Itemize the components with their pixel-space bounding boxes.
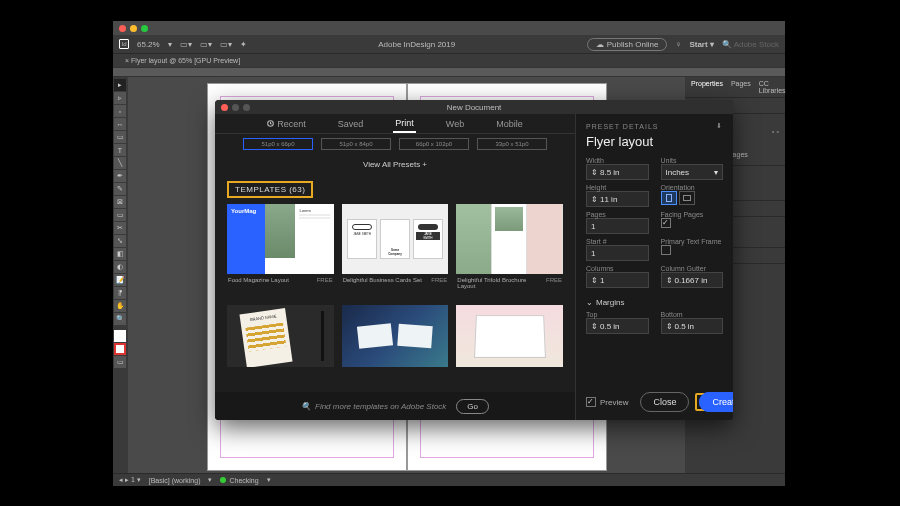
- template-card-2[interactable]: JANE SMITH SomeCompany JANESMITH Delight…: [342, 204, 449, 289]
- document-tab[interactable]: × Flyer layout @ 65% [GPU Preview]: [119, 57, 240, 64]
- width-input[interactable]: ⇕8.5 in: [586, 164, 649, 180]
- tab-recent[interactable]: Recent: [265, 114, 308, 133]
- gradient-feather-tool[interactable]: ◐: [114, 261, 126, 273]
- zoom-tool[interactable]: 🔍: [114, 313, 126, 325]
- template-thumb-2: JANE SMITH SomeCompany JANESMITH: [342, 204, 449, 274]
- margins-header[interactable]: ⌄Margins: [586, 298, 723, 307]
- gutter-input[interactable]: ⇕0.1667 in: [661, 272, 724, 288]
- close-button[interactable]: Close: [640, 392, 689, 412]
- preset-1[interactable]: 51p0 x 66p0: [243, 138, 313, 150]
- gradient-swatch-tool[interactable]: ◧: [114, 248, 126, 260]
- note-tool[interactable]: 📝: [114, 274, 126, 286]
- template-search-bar: 🔍 Find more templates on Adobe Stock Go: [215, 392, 575, 420]
- pages-input[interactable]: 1: [586, 218, 649, 234]
- gap-tool[interactable]: ↔: [114, 118, 126, 130]
- start-input[interactable]: 1: [586, 245, 649, 261]
- help-icon[interactable]: ♀: [675, 40, 681, 49]
- eyedropper-tool[interactable]: ⁋: [114, 287, 126, 299]
- dialog-title: New Document: [215, 103, 733, 112]
- window-minimize[interactable]: [130, 25, 137, 32]
- preview-checkbox[interactable]: Preview: [586, 397, 628, 407]
- search-field[interactable]: 🔍 Adobe Stock: [722, 40, 779, 49]
- tab-mobile[interactable]: Mobile: [494, 114, 525, 133]
- screen-mode-icon[interactable]: ▭▾: [200, 40, 212, 49]
- intent-tabs: Recent Saved Print Web Mobile: [215, 114, 575, 134]
- templates-header: TEMPLATES (63): [227, 181, 575, 198]
- tools-panel: ▸ ▹ ▫ ↔ ▭ T ╲ ✒ ✎ ⊠ ▭ ✂ ⤡ ◧ ◐ 📝 ⁋ ✋ 🔍 ▭: [113, 77, 128, 473]
- ptf-check[interactable]: [661, 245, 671, 255]
- columns-label: Columns: [586, 265, 649, 272]
- type-tool[interactable]: T: [114, 144, 126, 156]
- height-input[interactable]: ⇕11 in: [586, 191, 649, 207]
- view-options-icon[interactable]: ▭▾: [180, 40, 192, 49]
- pencil-tool[interactable]: ✎: [114, 183, 126, 195]
- scissors-tool[interactable]: ✂: [114, 222, 126, 234]
- template-price-3: FREE: [546, 277, 562, 289]
- tab-print[interactable]: Print: [393, 114, 416, 133]
- template-card-5[interactable]: [342, 305, 449, 367]
- preflight-status[interactable]: Checking: [220, 477, 258, 484]
- publish-online-button[interactable]: ☁ Publish Online: [587, 38, 668, 51]
- save-preset-icon[interactable]: ⬇: [716, 122, 723, 130]
- template-grid: YourMag Lorem Food Magazine LayoutFREE J…: [215, 204, 575, 367]
- orientation-landscape[interactable]: [679, 191, 695, 205]
- start-button[interactable]: Start ▾: [689, 40, 713, 49]
- window-maximize[interactable]: [141, 25, 148, 32]
- create-button[interactable]: Create: [699, 392, 733, 412]
- template-thumb-5: [342, 305, 449, 367]
- units-label: Units: [661, 157, 724, 164]
- facing-pages-check[interactable]: [661, 218, 671, 228]
- zoom-dropdown[interactable]: 65.2%: [137, 40, 160, 49]
- units-select[interactable]: Inches▾: [661, 164, 724, 180]
- horizontal-ruler: [113, 67, 785, 77]
- tab-properties[interactable]: Properties: [689, 79, 725, 95]
- preset-name-input[interactable]: Flyer layout: [586, 134, 723, 149]
- blank-presets-row: 51p0 x 66p0 51p0 x 84p0 66p0 x 102p0 33p…: [215, 134, 575, 154]
- page-tool[interactable]: ▫: [114, 105, 126, 117]
- orientation-portrait[interactable]: [661, 191, 677, 205]
- template-card-4[interactable]: [227, 305, 334, 367]
- direct-selection-tool[interactable]: ▹: [114, 92, 126, 104]
- panel-tabs[interactable]: Properties Pages CC Libraries: [685, 77, 785, 98]
- fill-stroke-swap[interactable]: [114, 330, 126, 342]
- workspace-dropdown[interactable]: [Basic] (working): [149, 477, 201, 484]
- arrange-icon[interactable]: ▭▾: [220, 40, 232, 49]
- fill-swatch[interactable]: [114, 343, 126, 355]
- top-input[interactable]: ⇕0.5 in: [586, 318, 649, 334]
- bottom-input[interactable]: ⇕0.5 in: [661, 318, 724, 334]
- go-button[interactable]: Go: [456, 399, 489, 414]
- template-price-2: FREE: [431, 277, 447, 283]
- bottom-label: Bottom: [661, 311, 724, 318]
- top-label: Top: [586, 311, 649, 318]
- preset-2[interactable]: 51p0 x 84p0: [321, 138, 391, 150]
- preset-3[interactable]: 66p0 x 102p0: [399, 138, 469, 150]
- template-card-3[interactable]: Delightful Trifold Brochure LayoutFREE: [456, 204, 563, 289]
- app-title: Adobe InDesign 2019: [255, 40, 579, 49]
- view-mode-toggle[interactable]: ▭: [114, 356, 126, 368]
- selection-tool[interactable]: ▸: [114, 79, 126, 91]
- tab-saved[interactable]: Saved: [336, 114, 366, 133]
- content-collector-tool[interactable]: ▭: [114, 131, 126, 143]
- tab-pages[interactable]: Pages: [729, 79, 753, 95]
- rectangle-frame-tool[interactable]: ⊠: [114, 196, 126, 208]
- window-close[interactable]: [119, 25, 126, 32]
- pen-tool[interactable]: ✒: [114, 170, 126, 182]
- columns-input[interactable]: ⇕1: [586, 272, 649, 288]
- view-all-presets-link[interactable]: View All Presets +: [215, 160, 575, 169]
- tab-web[interactable]: Web: [444, 114, 466, 133]
- hand-tool[interactable]: ✋: [114, 300, 126, 312]
- line-tool[interactable]: ╲: [114, 157, 126, 169]
- preset-4[interactable]: 33p0 x 51p0: [477, 138, 547, 150]
- app-toolbar: Id 65.2% ▾ ▭▾ ▭▾ ▭▾ ✦ Adobe InDesign 201…: [113, 35, 785, 53]
- document-tab-bar: × Flyer layout @ 65% [GPU Preview]: [113, 53, 785, 67]
- template-card-1[interactable]: YourMag Lorem Food Magazine LayoutFREE: [227, 204, 334, 289]
- free-transform-tool[interactable]: ⤡: [114, 235, 126, 247]
- tab-cc-libraries[interactable]: CC Libraries: [757, 79, 788, 95]
- gutter-label: Column Gutter: [661, 265, 724, 272]
- template-search-input[interactable]: 🔍 Find more templates on Adobe Stock: [301, 402, 446, 411]
- dialog-left-pane: Recent Saved Print Web Mobile 51p0 x 66p…: [215, 114, 575, 420]
- template-card-6[interactable]: [456, 305, 563, 367]
- rectangle-tool[interactable]: ▭: [114, 209, 126, 221]
- page-navigator[interactable]: ◂ ▸ 1 ▾: [119, 476, 141, 484]
- gpu-preview-icon[interactable]: ✦: [240, 40, 247, 49]
